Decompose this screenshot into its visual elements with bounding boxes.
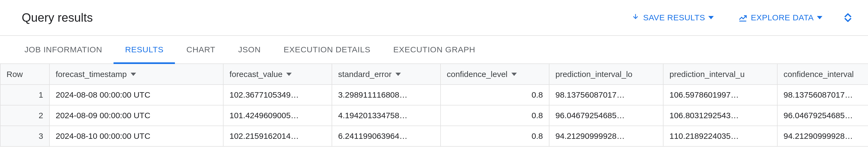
tab-label: JOB INFORMATION [25,45,102,54]
table-header-row: Row forecast_timestamp forecast_value st… [1,64,868,85]
cell-pil: 98.13756087017… [549,85,663,105]
sort-caret-icon [286,73,292,76]
table-row[interactable]: 1 2024-08-08 00:00:00 UTC 102.3677105349… [1,85,868,105]
sort-caret-icon [396,73,401,76]
col-forecast-value[interactable]: forecast_value [223,64,332,85]
results-table-wrap: Row forecast_timestamp forecast_value st… [0,64,868,147]
tab-label: CHART [186,45,215,54]
cell-confidence-level: 0.8 [440,85,549,105]
cell-row: 3 [1,126,50,146]
cell-confidence-level: 0.8 [440,126,549,146]
tab-label: EXECUTION GRAPH [393,45,475,54]
col-label: confidence_level [447,70,507,79]
explore-data-label: EXPLORE DATA [751,13,814,22]
cell-forecast-value: 101.4249609005… [223,105,332,126]
cell-row: 2 [1,105,50,126]
tab-label: RESULTS [125,45,163,54]
caret-down-icon [817,15,823,20]
col-label: confidence_interval [783,70,854,79]
caret-down-icon [708,15,714,20]
cell-standard-error: 3.298911116808… [332,85,440,105]
col-confidence-level[interactable]: confidence_level [440,64,549,85]
save-results-button[interactable]: SAVE RESULTS [626,10,719,25]
cell-forecast-value: 102.2159162014… [223,126,332,146]
expand-collapse-button[interactable] [844,13,852,22]
chevron-up-icon [844,13,852,17]
tab-execution-details[interactable]: EXECUTION DETAILS [272,36,382,64]
cell-forecast-timestamp: 2024-08-10 00:00:00 UTC [50,126,223,146]
explore-data-button[interactable]: EXPLORE DATA [733,10,828,25]
tab-chart[interactable]: CHART [175,36,227,64]
cell-pil: 96.04679254685… [549,105,663,126]
page-title: Query results [22,11,93,25]
col-row[interactable]: Row [1,64,50,85]
cell-pil: 94.21290999928… [549,126,663,146]
col-label: forecast_value [229,70,282,79]
cell-standard-error: 6.241199063964… [332,126,440,146]
chart-icon [738,13,747,22]
tab-label: JSON [238,45,261,54]
sort-caret-icon [512,73,517,76]
cell-forecast-timestamp: 2024-08-08 00:00:00 UTC [50,85,223,105]
cell-piu: 106.5978601997… [663,85,777,105]
cell-ci: 94.21290999928… [777,126,868,146]
results-header: Query results SAVE RESULTS EXPLORE DATA [0,0,868,35]
cell-standard-error: 4.194201334758… [332,105,440,126]
download-icon [631,13,640,22]
chevron-down-icon [844,17,852,22]
results-table: Row forecast_timestamp forecast_value st… [1,64,868,147]
col-standard-error[interactable]: standard_error [332,64,440,85]
save-results-label: SAVE RESULTS [643,13,705,22]
col-label: forecast_timestamp [56,70,127,79]
tab-execution-graph[interactable]: EXECUTION GRAPH [382,36,487,64]
results-tabs: JOB INFORMATION RESULTS CHART JSON EXECU… [0,35,868,64]
tab-label: EXECUTION DETAILS [283,45,370,54]
table-row[interactable]: 2 2024-08-09 00:00:00 UTC 101.4249609005… [1,105,868,126]
tab-json[interactable]: JSON [227,36,272,64]
col-label: prediction_interval_u [670,70,745,79]
cell-forecast-timestamp: 2024-08-09 00:00:00 UTC [50,105,223,126]
cell-ci: 96.04679254685… [777,105,868,126]
col-prediction-interval-upper[interactable]: prediction_interval_u [663,64,777,85]
cell-piu: 106.8031292543… [663,105,777,126]
tab-job-information[interactable]: JOB INFORMATION [13,36,114,64]
cell-forecast-value: 102.3677105349… [223,85,332,105]
col-label: standard_error [338,70,392,79]
col-confidence-interval[interactable]: confidence_interval [777,64,868,85]
col-forecast-timestamp[interactable]: forecast_timestamp [50,64,223,85]
table-row[interactable]: 3 2024-08-10 00:00:00 UTC 102.2159162014… [1,126,868,146]
cell-piu: 110.2189224035… [663,126,777,146]
sort-caret-icon [131,73,136,76]
col-label: Row [6,70,23,79]
col-label: prediction_interval_lo [555,70,632,79]
col-prediction-interval-lower[interactable]: prediction_interval_lo [549,64,663,85]
tab-results[interactable]: RESULTS [114,36,175,64]
cell-confidence-level: 0.8 [440,105,549,126]
cell-row: 1 [1,85,50,105]
cell-ci: 98.13756087017… [777,85,868,105]
